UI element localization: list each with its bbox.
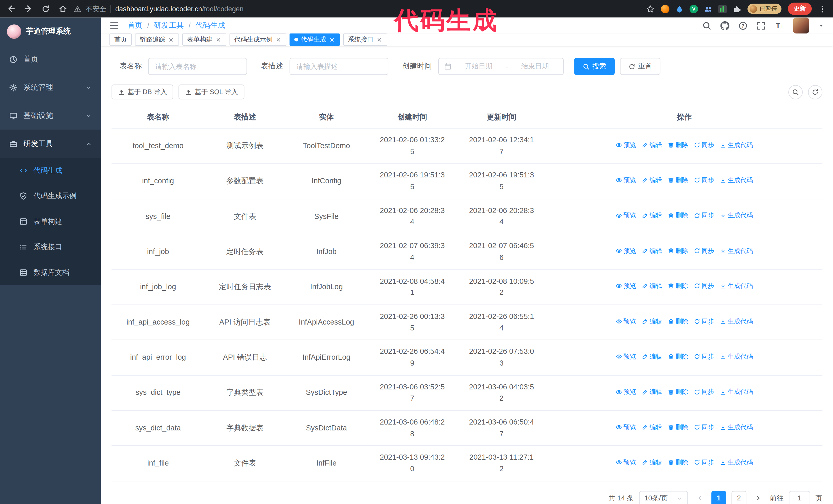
sync-link[interactable]: 同步 xyxy=(694,246,714,256)
home-icon[interactable] xyxy=(58,4,67,13)
edit-link[interactable]: 编辑 xyxy=(642,316,662,326)
delete-link[interactable]: 删除 xyxy=(667,458,688,467)
generate-code-link[interactable]: 生成代码 xyxy=(719,211,753,221)
generate-code-link[interactable]: 生成代码 xyxy=(719,316,753,326)
extensions-puzzle-icon[interactable] xyxy=(733,5,741,13)
sidebar-item-devtools[interactable]: 研发工具 xyxy=(0,130,101,158)
generate-code-link[interactable]: 生成代码 xyxy=(719,422,753,432)
generate-code-link[interactable]: 生成代码 xyxy=(719,281,753,291)
preview-link[interactable]: 预览 xyxy=(615,387,636,397)
avatar-caret-icon[interactable] xyxy=(818,22,825,29)
generate-code-link[interactable]: 生成代码 xyxy=(719,140,753,150)
sidebar-item-infra[interactable]: 基础设施 xyxy=(0,101,101,130)
search-icon[interactable] xyxy=(702,21,711,30)
tab-system-api[interactable]: 系统接口 xyxy=(343,33,387,46)
preview-link[interactable]: 预览 xyxy=(615,140,636,150)
table-desc-input[interactable] xyxy=(290,58,388,75)
delete-link[interactable]: 删除 xyxy=(667,387,688,397)
sync-link[interactable]: 同步 xyxy=(694,316,714,326)
delete-link[interactable]: 删除 xyxy=(667,281,688,291)
tab-codegen[interactable]: 代码生成 xyxy=(290,33,340,46)
tab-form-builder[interactable]: 表单构建 xyxy=(182,33,226,46)
create-time-range-picker[interactable]: 开始日期 - 结束日期 xyxy=(438,58,564,75)
fullscreen-icon[interactable] xyxy=(757,21,766,30)
extension-drop-icon[interactable] xyxy=(675,5,684,13)
delete-link[interactable]: 删除 xyxy=(667,352,688,362)
browser-menu-icon[interactable] xyxy=(818,5,827,13)
preview-link[interactable]: 预览 xyxy=(615,211,636,221)
edit-link[interactable]: 编辑 xyxy=(642,458,662,467)
import-db-button[interactable]: 基于 DB 导入 xyxy=(112,85,173,99)
preview-link[interactable]: 预览 xyxy=(615,281,636,291)
sidebar-item-form-builder[interactable]: 表单构建 xyxy=(0,209,101,234)
browser-update-button[interactable]: 更新 xyxy=(788,3,812,15)
refresh-table-button[interactable] xyxy=(808,85,823,99)
close-icon[interactable] xyxy=(215,37,221,43)
reload-icon[interactable] xyxy=(42,5,50,13)
extension-fox-icon[interactable] xyxy=(661,5,669,13)
app-logo[interactable]: 芋道管理系统 xyxy=(0,18,101,45)
edit-link[interactable]: 编辑 xyxy=(642,387,662,397)
docs-help-icon[interactable] xyxy=(738,21,747,30)
back-icon[interactable] xyxy=(6,4,15,13)
page-size-select[interactable]: 10条/页 xyxy=(639,491,688,504)
delete-link[interactable]: 删除 xyxy=(667,211,688,221)
preview-link[interactable]: 预览 xyxy=(615,246,636,256)
close-icon[interactable] xyxy=(329,37,335,43)
collapse-menu-icon[interactable] xyxy=(110,21,119,30)
generate-code-link[interactable]: 生成代码 xyxy=(719,246,753,256)
preview-link[interactable]: 预览 xyxy=(615,422,636,432)
close-icon[interactable] xyxy=(275,37,282,43)
tab-codegen-example[interactable]: 代码生成示例 xyxy=(230,33,286,46)
goto-page-input[interactable] xyxy=(789,491,810,504)
page-1-button[interactable]: 1 xyxy=(711,491,726,504)
close-icon[interactable] xyxy=(168,37,174,43)
breadcrumb-home[interactable]: 首页 xyxy=(127,21,142,30)
paused-badge[interactable]: 已暂停 xyxy=(747,4,782,14)
generate-code-link[interactable]: 生成代码 xyxy=(719,387,753,397)
sync-link[interactable]: 同步 xyxy=(694,211,714,221)
sidebar-item-system[interactable]: 系统管理 xyxy=(0,73,101,101)
page-2-button[interactable]: 2 xyxy=(732,491,746,504)
github-icon[interactable] xyxy=(720,21,730,30)
extension-chart-icon[interactable] xyxy=(718,5,727,13)
generate-code-link[interactable]: 生成代码 xyxy=(719,458,753,467)
preview-link[interactable]: 预览 xyxy=(615,316,636,326)
next-page-button[interactable] xyxy=(752,491,765,504)
sync-link[interactable]: 同步 xyxy=(694,281,714,291)
generate-code-link[interactable]: 生成代码 xyxy=(719,175,753,185)
sidebar-item-codegen[interactable]: 代码生成 xyxy=(0,158,101,183)
toggle-search-button[interactable] xyxy=(788,85,803,99)
delete-link[interactable]: 删除 xyxy=(667,140,688,150)
preview-link[interactable]: 预览 xyxy=(615,175,636,185)
edit-link[interactable]: 编辑 xyxy=(642,211,662,221)
address-bar[interactable]: 不安全 dashboard.yudao.iocoder.cn/tool/code… xyxy=(74,4,640,14)
edit-link[interactable]: 编辑 xyxy=(642,281,662,291)
edit-link[interactable]: 编辑 xyxy=(642,352,662,362)
breadcrumb-devtools[interactable]: 研发工具 xyxy=(154,21,184,30)
generate-code-link[interactable]: 生成代码 xyxy=(719,352,753,362)
edit-link[interactable]: 编辑 xyxy=(642,140,662,150)
bookmark-star-icon[interactable] xyxy=(646,5,654,13)
forward-icon[interactable] xyxy=(24,4,33,13)
edit-link[interactable]: 编辑 xyxy=(642,175,662,185)
delete-link[interactable]: 删除 xyxy=(667,422,688,432)
delete-link[interactable]: 删除 xyxy=(667,316,688,326)
delete-link[interactable]: 删除 xyxy=(667,246,688,256)
sync-link[interactable]: 同步 xyxy=(694,458,714,467)
reset-button[interactable]: 重置 xyxy=(620,58,661,75)
font-size-icon[interactable] xyxy=(775,21,784,30)
user-avatar[interactable] xyxy=(793,18,809,33)
extension-people-icon[interactable] xyxy=(704,5,712,13)
sync-link[interactable]: 同步 xyxy=(694,175,714,185)
import-sql-button[interactable]: 基于 SQL 导入 xyxy=(178,85,244,99)
tab-tracing[interactable]: 链路追踪 xyxy=(135,33,179,46)
delete-link[interactable]: 删除 xyxy=(667,175,688,185)
search-button[interactable]: 搜索 xyxy=(574,58,615,75)
edit-link[interactable]: 编辑 xyxy=(642,422,662,432)
preview-link[interactable]: 预览 xyxy=(615,352,636,362)
breadcrumb-codegen[interactable]: 代码生成 xyxy=(195,21,225,30)
preview-link[interactable]: 预览 xyxy=(615,458,636,467)
sync-link[interactable]: 同步 xyxy=(694,140,714,150)
sync-link[interactable]: 同步 xyxy=(694,387,714,397)
